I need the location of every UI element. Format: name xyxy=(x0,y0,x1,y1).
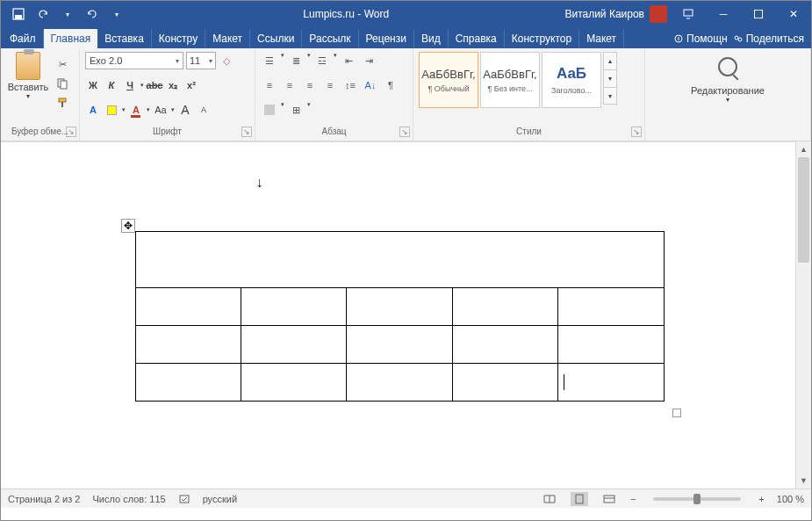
table-cell[interactable] xyxy=(241,364,346,402)
language-indicator[interactable]: русский xyxy=(203,494,237,504)
table-cell[interactable] xyxy=(558,326,664,364)
editing-button[interactable]: Редактирование ▾ xyxy=(691,52,765,104)
tell-me[interactable]: Помощн xyxy=(673,33,728,45)
paste-button[interactable]: Вставить ▾ xyxy=(6,52,50,100)
undo-icon[interactable] xyxy=(32,4,54,25)
tab-home[interactable]: Главная xyxy=(44,29,98,48)
table-cell[interactable] xyxy=(558,364,664,402)
highlight-button[interactable] xyxy=(104,101,119,119)
font-color-button[interactable]: A xyxy=(128,101,144,119)
zoom-slider-handle[interactable] xyxy=(693,494,701,504)
text-effects-button[interactable]: A xyxy=(85,101,101,119)
scroll-up-icon[interactable]: ▲ xyxy=(796,141,811,157)
word-count[interactable]: Число слов: 115 xyxy=(92,494,165,504)
table-cell[interactable] xyxy=(347,326,452,364)
tab-mailings[interactable]: Рассылк xyxy=(302,29,358,48)
clipboard-launcher-icon[interactable]: ↘ xyxy=(66,127,76,137)
styles-launcher-icon[interactable]: ↘ xyxy=(631,127,642,137)
italic-button[interactable]: К xyxy=(104,76,119,94)
chevron-down-icon[interactable]: ▾ xyxy=(122,106,126,113)
zoom-out-button[interactable]: − xyxy=(630,494,636,504)
table-cell[interactable] xyxy=(135,364,241,402)
table-row[interactable] xyxy=(135,364,664,402)
increase-indent-button[interactable]: ⇥ xyxy=(360,52,377,69)
zoom-level[interactable]: 100 % xyxy=(777,494,804,504)
chevron-down-icon[interactable]: ▾ xyxy=(334,52,337,69)
page-indicator[interactable]: Страница 2 из 2 xyxy=(8,494,80,504)
tab-help[interactable]: Справка xyxy=(449,29,505,48)
chevron-down-icon[interactable]: ▾ xyxy=(171,106,175,113)
borders-button[interactable]: ⊞ xyxy=(287,101,305,119)
shrink-font-button[interactable]: A xyxy=(196,101,212,119)
table-cell[interactable] xyxy=(558,288,664,326)
style-scroll-down-icon[interactable]: ▾ xyxy=(603,69,617,87)
zoom-in-button[interactable]: + xyxy=(758,494,764,504)
align-center-button[interactable]: ≡ xyxy=(281,76,298,94)
chevron-down-icon[interactable]: ▾ xyxy=(307,52,311,69)
table-cell[interactable] xyxy=(241,288,346,326)
style-nospacing[interactable]: АаБбВвГг, ¶ Без инте... xyxy=(480,52,540,108)
chevron-down-icon[interactable]: ▾ xyxy=(307,101,311,119)
grow-font-button[interactable]: A xyxy=(177,101,193,119)
document-table[interactable] xyxy=(135,231,665,402)
tab-design[interactable]: Констру xyxy=(152,29,205,48)
scroll-down-icon[interactable]: ▼ xyxy=(796,473,811,488)
close-icon[interactable]: ✕ xyxy=(776,1,811,27)
table-row[interactable] xyxy=(135,288,664,326)
read-mode-icon[interactable] xyxy=(541,492,558,506)
style-normal[interactable]: АаБбВвГг, ¶ Обычный xyxy=(419,52,478,108)
sort-button[interactable]: A↓ xyxy=(362,76,379,94)
decrease-indent-button[interactable]: ⇤ xyxy=(340,52,357,69)
tab-table-design[interactable]: Конструктор xyxy=(505,29,579,48)
spellcheck-icon[interactable] xyxy=(178,493,190,505)
font-size-combo[interactable]: 11▾ xyxy=(186,52,216,69)
align-right-button[interactable]: ≡ xyxy=(301,76,319,94)
print-layout-icon[interactable] xyxy=(571,492,588,506)
numbering-button[interactable]: ≣ xyxy=(287,52,305,69)
font-launcher-icon[interactable]: ↘ xyxy=(241,127,252,137)
copy-icon[interactable] xyxy=(54,76,71,90)
cut-icon[interactable]: ✂ xyxy=(54,57,71,71)
style-expand-icon[interactable]: ▾ xyxy=(603,87,617,105)
scroll-track[interactable] xyxy=(796,157,811,473)
bullets-button[interactable]: ☰ xyxy=(261,52,278,69)
table-row[interactable] xyxy=(135,326,664,364)
table-resize-handle[interactable] xyxy=(672,409,681,417)
align-left-button[interactable]: ≡ xyxy=(261,76,278,94)
tab-references[interactable]: Ссылки xyxy=(250,29,302,48)
chevron-down-icon[interactable]: ▾ xyxy=(281,52,284,69)
paragraph-launcher-icon[interactable]: ↘ xyxy=(399,127,410,137)
document-area[interactable]: ↓ ✥ xyxy=(1,141,795,488)
line-spacing-button[interactable]: ↕≡ xyxy=(341,76,359,94)
tab-marker-icon[interactable]: ↓ xyxy=(256,175,263,191)
subscript-button[interactable]: x₂ xyxy=(165,76,181,94)
bold-button[interactable]: Ж xyxy=(85,76,101,94)
justify-button[interactable]: ≡ xyxy=(321,76,339,94)
maximize-icon[interactable] xyxy=(741,1,776,27)
web-layout-icon[interactable] xyxy=(600,492,618,506)
shading-button[interactable] xyxy=(261,101,278,119)
chevron-down-icon[interactable]: ▾ xyxy=(140,82,144,89)
qat-more-icon[interactable]: ▾ xyxy=(106,4,127,25)
font-name-combo[interactable]: Exo 2.0▾ xyxy=(85,52,183,69)
redo-icon[interactable] xyxy=(82,4,103,25)
minimize-icon[interactable]: ─ xyxy=(706,1,741,27)
share-button[interactable]: Поделиться xyxy=(733,33,804,45)
style-heading1[interactable]: АаБ Заголово... xyxy=(542,52,601,108)
tab-insert[interactable]: Вставка xyxy=(97,29,152,48)
style-scroll-up-icon[interactable]: ▴ xyxy=(603,52,617,69)
table-row[interactable] xyxy=(135,232,664,288)
tab-view[interactable]: Вид xyxy=(414,29,449,48)
underline-button[interactable]: Ч xyxy=(122,76,138,94)
table-cell[interactable] xyxy=(347,288,452,326)
table-cell[interactable] xyxy=(452,364,557,402)
tab-layout[interactable]: Макет xyxy=(205,29,250,48)
undo-dropdown-icon[interactable]: ▾ xyxy=(57,4,78,25)
tab-file[interactable]: Файл xyxy=(3,29,44,48)
table-cell[interactable] xyxy=(452,288,557,326)
user-area[interactable]: Виталий Каиров xyxy=(564,5,671,23)
save-icon[interactable] xyxy=(8,4,29,25)
show-marks-button[interactable]: ¶ xyxy=(382,76,399,94)
zoom-slider[interactable] xyxy=(653,497,741,501)
vertical-scrollbar[interactable]: ▲ ▼ xyxy=(795,141,811,488)
